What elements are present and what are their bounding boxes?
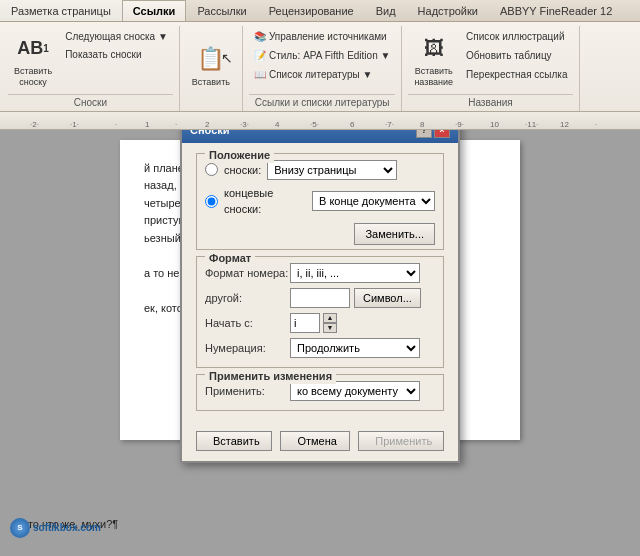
endnotes-radio-label: концевые сноски: <box>224 185 306 218</box>
apply-button[interactable]: Применить <box>358 431 444 451</box>
illustrations-label: Список иллюстраций <box>466 31 564 42</box>
captions-group-label: Названия <box>408 94 572 111</box>
number-format-control: i, ii, iii, ... <box>290 263 435 283</box>
ruler-marks: ·2· ·1· · 1 · 2 ·3· 4 ·5· 6 ·7· 8 ·9· 10… <box>10 112 630 129</box>
style-icon: 📝 <box>254 50 266 61</box>
bibliography-label: Список литературы ▼ <box>269 69 372 80</box>
caption-icon: 🖼 <box>418 32 450 64</box>
position-section: Положение сноски: Внизу страницы концевы… <box>196 153 444 250</box>
number-format-label: Формат номера: <box>205 265 290 282</box>
style-value: APA Fifth <box>303 50 344 61</box>
endnotes-position-select[interactable]: В конце документа <box>312 191 435 211</box>
ribbon-content: AB1 Вставитьсноску Следующая сноска ▼ По… <box>0 22 640 111</box>
cross-ref-label: Перекрестная ссылка <box>466 69 567 80</box>
dialog-help-button[interactable]: ? <box>416 130 432 138</box>
numbering-select[interactable]: Продолжить <box>290 338 420 358</box>
footnotes-group-label: Сноски <box>8 94 173 111</box>
dialog-titlebar-buttons: ? × <box>416 130 450 138</box>
manage-sources-button[interactable]: 📚 Управление источниками <box>249 28 395 45</box>
next-footnote-label: Следующая сноска ▼ <box>65 31 168 42</box>
ribbon-group-captions: 🖼 Вставитьназвание Список иллюстраций Об… <box>402 26 579 111</box>
document-area: й планете, и за все время мл назад, ко м… <box>0 130 640 556</box>
softikbox-logo: S softikbox.com <box>10 518 101 538</box>
tab-page-layout[interactable]: Разметка страницы <box>0 0 122 21</box>
start-at-input[interactable] <box>290 313 320 333</box>
numbering-control: Продолжить <box>290 338 435 358</box>
ribbon-tab-bar: Разметка страницы Ссылки Рассылки Реценз… <box>0 0 640 22</box>
footnotes-dialog: Сноски ? × Положение сноски: <box>180 130 460 463</box>
footnotes-buttons: AB1 Вставитьсноску Следующая сноска ▼ По… <box>8 28 173 92</box>
tab-abbyy[interactable]: ABBYY FineReader 12 <box>489 0 623 21</box>
manage-sources-icon: 📚 <box>254 31 266 42</box>
ribbon-group-footnotes: AB1 Вставитьсноску Следующая сноска ▼ По… <box>2 26 180 111</box>
tab-references[interactable]: Ссылки <box>122 0 187 21</box>
symbol-button[interactable]: Символ... <box>354 288 421 308</box>
cursor-indicator: ↖ <box>221 50 233 66</box>
custom-mark-label: другой: <box>205 290 290 307</box>
cross-ref-button[interactable]: Перекрестная ссылка <box>461 66 572 83</box>
apply-section: Применить изменения Применить: ко всему … <box>196 374 444 411</box>
insert-citation-button[interactable]: 📋 Вставить ↖ <box>186 39 236 91</box>
ribbon-group-insert: 📋 Вставить ↖ <box>180 26 243 111</box>
footnotes-radio[interactable] <box>205 163 218 176</box>
spinner-down[interactable]: ▼ <box>323 323 337 333</box>
insert-footnote-button[interactable]: AB1 Вставитьсноску <box>8 28 58 92</box>
insert-caption-button[interactable]: 🖼 Вставитьназвание <box>408 28 459 92</box>
caption-label: Вставитьназвание <box>414 66 453 88</box>
tab-mailings[interactable]: Рассылки <box>186 0 257 21</box>
numbering-row: Нумерация: Продолжить <box>205 338 435 358</box>
number-format-select[interactable]: i, ii, iii, ... <box>290 263 420 283</box>
start-at-row: Начать с: ▲ ▼ <box>205 313 435 333</box>
tab-addins[interactable]: Надстройки <box>407 0 489 21</box>
dialog-title: Сноски <box>190 130 230 139</box>
apply-section-title: Применить изменения <box>205 368 336 385</box>
bibliography-icon: 📖 <box>254 69 266 80</box>
format-section-title: Формат <box>205 250 255 267</box>
update-table-button[interactable]: Обновить таблицу <box>461 47 572 64</box>
tab-review[interactable]: Рецензирование <box>258 0 365 21</box>
citations-group-label: Ссылки и списки литературы <box>249 94 395 111</box>
endnotes-radio-row: концевые сноски: В конце документа <box>205 185 435 218</box>
softikbox-icon: S <box>10 518 30 538</box>
next-footnote-button[interactable]: Следующая сноска ▼ <box>60 28 173 45</box>
insert-button[interactable]: Вставить <box>196 431 272 451</box>
tab-view[interactable]: Вид <box>365 0 407 21</box>
position-section-title: Положение <box>205 147 274 164</box>
format-section: Формат Формат номера: i, ii, iii, ... др… <box>196 256 444 368</box>
show-notes-button[interactable]: Показать сноски <box>60 46 173 63</box>
custom-mark-row: другой: Символ... <box>205 288 435 308</box>
edition-text: Edition ▼ <box>347 50 390 61</box>
dialog-overlay: Сноски ? × Положение сноски: <box>120 140 520 440</box>
start-at-label: Начать с: <box>205 315 290 332</box>
dialog-body: Положение сноски: Внизу страницы концевы… <box>182 143 458 425</box>
bibliography-button[interactable]: 📖 Список литературы ▼ <box>249 66 395 83</box>
softikbox-brand: softikbox.com <box>33 522 101 533</box>
numbering-label: Нумерация: <box>205 340 290 357</box>
footnotes-position-select[interactable]: Внизу страницы <box>267 160 397 180</box>
style-dropdown-row[interactable]: 📝 Стиль: APA Fifth СноскиEdition ▼ <box>249 47 395 64</box>
apply-to-label: Применить: <box>205 383 290 400</box>
cancel-button[interactable]: Отмена <box>280 431 350 451</box>
dialog-footer: Вставить Отмена Применить <box>182 425 458 461</box>
insert-footnote-label: Вставитьсноску <box>14 66 52 88</box>
insert-label: Вставить <box>192 77 230 87</box>
ribbon-group-citations: 📚 Управление источниками 📝 Стиль: APA Fi… <box>243 26 402 111</box>
footnote-icon: AB1 <box>17 32 49 64</box>
footnotes-radio-label: сноски: <box>224 162 261 179</box>
style-label: Стиль: <box>269 50 300 61</box>
replace-btn-row: Заменить... <box>205 223 435 245</box>
show-notes-label: Показать сноски <box>65 49 141 60</box>
start-at-control: ▲ ▼ <box>290 313 435 333</box>
update-table-label: Обновить таблицу <box>466 50 552 61</box>
illustrations-button[interactable]: Список иллюстраций <box>461 28 572 45</box>
start-at-spinner: ▲ ▼ <box>323 313 337 333</box>
ribbon: Разметка страницы Ссылки Рассылки Реценз… <box>0 0 640 112</box>
manage-sources-label: Управление источниками <box>269 31 387 42</box>
endnotes-radio[interactable] <box>205 195 218 208</box>
replace-button[interactable]: Заменить... <box>354 223 435 245</box>
custom-mark-input[interactable] <box>290 288 350 308</box>
dialog-close-button[interactable]: × <box>434 130 450 138</box>
custom-mark-control: Символ... <box>290 288 435 308</box>
spinner-up[interactable]: ▲ <box>323 313 337 323</box>
footnote-small-buttons: Следующая сноска ▼ Показать сноски <box>60 28 173 63</box>
